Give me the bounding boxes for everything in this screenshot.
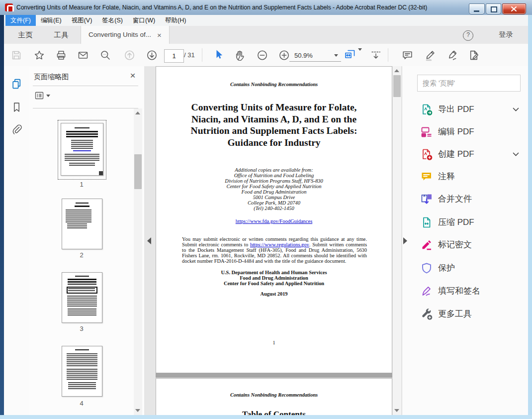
star-icon: [34, 50, 45, 61]
highlight-button[interactable]: [425, 49, 436, 61]
menu-view[interactable]: 视图(V): [67, 15, 97, 26]
menu-file[interactable]: 文件(F): [5, 15, 36, 26]
menu-help[interactable]: 帮助(H): [160, 15, 191, 26]
edit-page-button[interactable]: [468, 49, 480, 61]
scrolling-mode-button[interactable]: [370, 49, 382, 61]
scroll-down-icon[interactable]: [135, 409, 140, 412]
scroll-up-icon[interactable]: [394, 69, 399, 72]
scrollbar-thumb[interactable]: [134, 154, 142, 189]
comment-icon: [420, 170, 433, 183]
tool-create-pdf[interactable]: 创建 PDF: [402, 146, 528, 163]
attachments-panel-button[interactable]: [11, 124, 22, 135]
collapse-left-panel-icon[interactable]: [147, 237, 151, 244]
menu-edit[interactable]: 编辑(E): [36, 15, 67, 26]
tab-close-icon[interactable]: ×: [157, 31, 162, 39]
fda-guidances-link[interactable]: https://www.fda.gov/FoodGuidances: [236, 218, 312, 224]
thumbnail-page-3[interactable]: [62, 272, 102, 323]
sign-button[interactable]: [446, 49, 458, 61]
maximize-icon: [491, 6, 497, 12]
fountain-pen-icon: [446, 49, 458, 61]
panel-close-icon[interactable]: ×: [127, 70, 138, 81]
tools-search-input[interactable]: [417, 75, 521, 92]
chevron-down-icon: [513, 107, 519, 112]
sign-in-link[interactable]: 登录: [499, 30, 513, 39]
thumbnail-page-4[interactable]: [62, 346, 102, 397]
chevron-down-icon: [358, 48, 362, 59]
select-tool-button[interactable]: [213, 49, 224, 62]
page-number-footer: 1: [156, 340, 392, 345]
toc-title: Table of Contents: [156, 410, 392, 415]
page-total-label: / 31: [184, 51, 195, 59]
pdf-page-1: Contains Nonbinding Recommendations Conv…: [156, 66, 392, 373]
thumbnails-scrollbar[interactable]: [134, 108, 142, 415]
menu-window[interactable]: 窗口(W): [128, 15, 160, 26]
menu-sign[interactable]: 签名(S): [97, 15, 128, 26]
document-scrollbar[interactable]: [393, 66, 401, 415]
chevron-down-icon: [513, 152, 519, 157]
tool-combine-files[interactable]: 合并文件: [402, 191, 528, 208]
tool-redact[interactable]: 标记密文: [402, 236, 528, 253]
zoom-in-button[interactable]: [278, 49, 290, 61]
email-button[interactable]: [78, 50, 89, 61]
thumbnail-corner-marker: [99, 171, 103, 176]
next-page-button[interactable]: [146, 49, 158, 61]
tool-more-tools[interactable]: 更多工具: [402, 306, 528, 322]
thumbnail-options-button[interactable]: [35, 92, 50, 100]
scrollbar-thumb[interactable]: [393, 75, 401, 97]
bookmarks-panel-button[interactable]: [11, 102, 22, 113]
save-icon: [11, 50, 22, 61]
window-frame-left: [0, 15, 4, 415]
tab-home[interactable]: 主页: [10, 26, 41, 44]
bookmark-icon: [11, 102, 22, 113]
tool-edit-pdf[interactable]: 编辑 PDF: [402, 123, 528, 140]
search-button[interactable]: [100, 50, 111, 61]
tool-comment[interactable]: 注释: [402, 168, 528, 185]
fit-width-button[interactable]: [344, 48, 356, 62]
zoom-out-button[interactable]: [257, 49, 268, 61]
minimize-button[interactable]: [469, 3, 485, 14]
document-title: Converting Units of Measure for Folate, …: [156, 102, 392, 148]
tool-export-pdf[interactable]: 导出 PDF: [402, 101, 528, 118]
tool-label: 标记密文: [438, 236, 472, 253]
page-number-input[interactable]: [164, 49, 184, 63]
tab-tools[interactable]: 工具: [46, 26, 77, 44]
fit-options-caret[interactable]: [358, 51, 362, 60]
tool-label: 注释: [438, 168, 455, 185]
print-button[interactable]: [56, 50, 67, 61]
scroll-up-icon[interactable]: [135, 111, 140, 114]
hand-tool-button[interactable]: [235, 50, 246, 61]
window-controls: [469, 3, 526, 14]
comment-button[interactable]: [402, 49, 413, 61]
thumbnail-page-2[interactable]: [62, 199, 102, 249]
scroll-down-icon[interactable]: [394, 409, 399, 412]
maximize-button[interactable]: [486, 3, 501, 14]
title-bar: Converting Units of Measure for Folate, …: [0, 0, 532, 15]
scroll-page-icon: [370, 49, 382, 61]
search-icon: [100, 50, 111, 61]
zoom-level-value: 50.9%: [294, 52, 313, 59]
regulations-gov-link[interactable]: https://www.regulations.gov: [250, 242, 309, 247]
address-block: Additional copies are available from: Of…: [156, 167, 392, 211]
tool-fill-sign[interactable]: 填写和签名: [402, 283, 528, 300]
redact-icon: [420, 238, 433, 251]
close-button[interactable]: [502, 3, 526, 14]
page-header: Contains Nonbinding Recommendations: [156, 82, 392, 87]
tab-document[interactable]: Converting Units of... ×: [81, 26, 170, 44]
page-separator: [156, 373, 392, 378]
page-thumbnails-panel-button[interactable]: [11, 78, 22, 92]
thumbnail-preview: [61, 123, 103, 176]
thumbnail-label: 2: [62, 251, 101, 259]
zoom-level-select[interactable]: 50.9%: [289, 49, 341, 62]
save-button[interactable]: [11, 50, 22, 61]
tool-compress-pdf[interactable]: 压缩 PDF: [402, 214, 528, 231]
favorites-button[interactable]: [34, 50, 45, 61]
tool-label: 压缩 PDF: [438, 214, 474, 231]
window-title: Converting Units of Measure for Folate, …: [16, 4, 427, 11]
more-tools-icon: [420, 308, 433, 320]
tool-label: 导出 PDF: [438, 101, 474, 118]
help-icon[interactable]: ?: [463, 30, 473, 41]
thumbnail-page-1[interactable]: [58, 120, 106, 180]
tool-protect[interactable]: 保护: [402, 260, 528, 277]
previous-page-button[interactable]: [124, 49, 135, 61]
thumbnail-label: 1: [58, 181, 105, 188]
